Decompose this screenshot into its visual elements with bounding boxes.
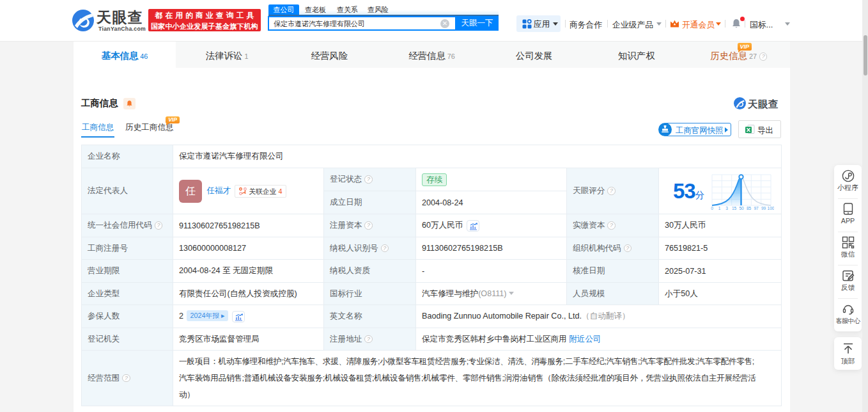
svg-text:99: 99 <box>761 206 766 210</box>
svg-text:100: 100 <box>768 206 774 210</box>
svg-text:3: 3 <box>725 206 728 210</box>
svg-text:15: 15 <box>732 206 737 210</box>
svg-text:50: 50 <box>739 206 744 210</box>
svg-text:0: 0 <box>711 206 713 210</box>
svg-text:85: 85 <box>747 206 752 210</box>
svg-text:97: 97 <box>754 206 759 210</box>
svg-text:1: 1 <box>718 206 721 210</box>
